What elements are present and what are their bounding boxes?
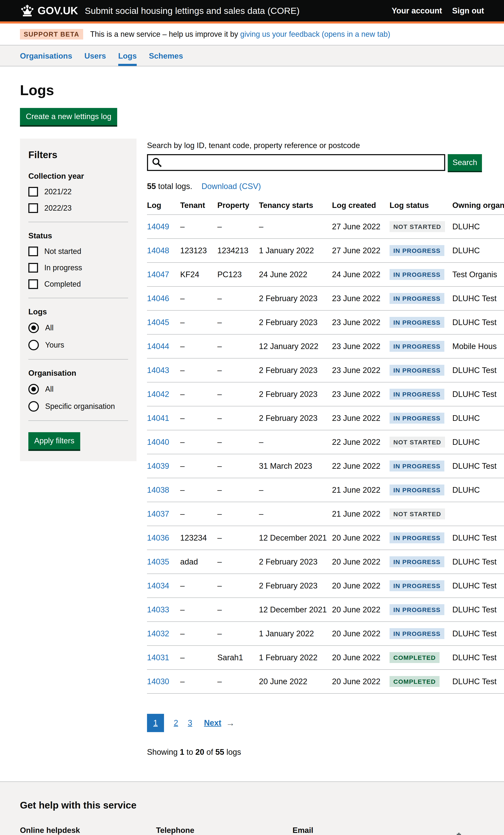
- phase-banner-text: This is a new service – help us improve …: [90, 30, 390, 39]
- radio-yours[interactable]: [28, 340, 39, 350]
- radio-all[interactable]: [28, 384, 39, 394]
- log-id-link[interactable]: 14032: [147, 629, 169, 638]
- filter-divider: [28, 222, 128, 222]
- cell-log_created: 23 June 2022: [332, 310, 389, 334]
- log-id-link[interactable]: 14045: [147, 318, 169, 327]
- filter-option-label: Specific organisation: [45, 402, 115, 411]
- filter-group-collection-year: Collection year 2021/222022/23: [28, 172, 128, 213]
- cell-log_created: 22 June 2022: [332, 430, 389, 454]
- cell-tenancy_starts: 24 June 2022: [259, 263, 332, 286]
- radio-specific-organisation[interactable]: [28, 401, 39, 412]
- log-id-link[interactable]: 14044: [147, 342, 169, 351]
- search-input[interactable]: [147, 154, 445, 171]
- log-id-link[interactable]: 14040: [147, 437, 169, 447]
- cell-tenancy_starts: 2 February 2023: [259, 358, 332, 382]
- cell-tenant: adad: [180, 550, 217, 574]
- pagination-current-page[interactable]: 1: [147, 714, 164, 732]
- page-title: Logs: [20, 82, 484, 98]
- cell-owning-organisation: DLUHC Test: [452, 382, 504, 406]
- pagination-page-3[interactable]: 3: [188, 718, 192, 728]
- cell-tenant: –: [180, 310, 217, 334]
- your-account-link[interactable]: Your account: [392, 6, 442, 15]
- log-id-link[interactable]: 14048: [147, 246, 169, 255]
- table-row: 14043––2 February 202323 June 2022IN PRO…: [147, 358, 504, 382]
- log-id-link[interactable]: 14037: [147, 509, 169, 518]
- cell-tenant: –: [180, 215, 217, 239]
- log-id-link[interactable]: 14046: [147, 294, 169, 303]
- cell-tenant: –: [180, 478, 217, 502]
- cell-tenancy_starts: –: [259, 502, 332, 526]
- table-row: 1404812312312342131 January 202227 June …: [147, 239, 504, 263]
- log-id-link[interactable]: 14042: [147, 390, 169, 399]
- table-row: 14030––20 June 202220 June 2022COMPLETED…: [147, 670, 504, 693]
- cell-tenant: –: [180, 358, 217, 382]
- cell-log-status: IN PROGRESS: [389, 574, 452, 598]
- tab-schemes[interactable]: Schemes: [149, 45, 183, 66]
- cell-log_created: 23 June 2022: [332, 382, 389, 406]
- cell-log_created: 22 June 2022: [332, 454, 389, 478]
- download-csv-link[interactable]: Download (CSV): [202, 182, 261, 191]
- cell-property: –: [217, 622, 259, 646]
- checkbox-not-started[interactable]: [28, 247, 38, 256]
- table-row: 14031–Sarah11 February 202220 June 2022C…: [147, 646, 504, 670]
- cell-log-status: IN PROGRESS: [389, 622, 452, 646]
- cell-owning-organisation: DLUHC: [452, 478, 504, 502]
- cell-log-status: IN PROGRESS: [389, 334, 452, 358]
- pagination-next-link[interactable]: Next: [204, 718, 221, 728]
- status-badge: IN PROGRESS: [389, 245, 444, 256]
- cell-log-status: IN PROGRESS: [389, 454, 452, 478]
- filter-option-label: In progress: [44, 263, 82, 272]
- log-id-link[interactable]: 14035: [147, 557, 169, 566]
- log-id-link[interactable]: 14039: [147, 462, 169, 470]
- log-id-link[interactable]: 14030: [147, 677, 169, 686]
- log-id-link[interactable]: 14038: [147, 486, 169, 494]
- govuk-logo-text[interactable]: GOV.UK: [38, 5, 78, 17]
- cell-log_created: 20 June 2022: [332, 670, 389, 693]
- checkbox-in-progress[interactable]: [28, 263, 38, 272]
- filter-option-label: Completed: [44, 280, 81, 288]
- log-id-link[interactable]: 14043: [147, 366, 169, 375]
- cell-log-status: IN PROGRESS: [389, 382, 452, 406]
- checkbox-2022-23[interactable]: [28, 203, 38, 213]
- status-badge: IN PROGRESS: [389, 532, 444, 543]
- cell-log-status: IN PROGRESS: [389, 239, 452, 263]
- sign-out-link[interactable]: Sign out: [452, 6, 484, 15]
- log-id-link[interactable]: 14034: [147, 581, 169, 590]
- log-id-link[interactable]: 14036: [147, 533, 169, 542]
- pagination-page-2[interactable]: 2: [174, 718, 178, 728]
- col-log: Log: [147, 197, 180, 215]
- search-button[interactable]: Search: [448, 154, 482, 171]
- cell-tenancy_starts: 20 June 2022: [259, 670, 332, 693]
- status-badge: NOT STARTED: [389, 221, 445, 232]
- filter-divider: [28, 421, 128, 421]
- status-badge: IN PROGRESS: [389, 293, 444, 304]
- tab-organisations[interactable]: Organisations: [20, 45, 72, 66]
- cell-log_created: 20 June 2022: [332, 622, 389, 646]
- log-id-link[interactable]: 14047: [147, 270, 169, 279]
- cell-log-status: IN PROGRESS: [389, 358, 452, 382]
- tab-logs[interactable]: Logs: [118, 45, 137, 66]
- telephone-heading: Telephone: [156, 826, 293, 835]
- tab-users[interactable]: Users: [84, 45, 106, 66]
- checkbox-2021-22[interactable]: [28, 187, 38, 197]
- status-badge: IN PROGRESS: [389, 604, 444, 615]
- cell-property: –: [217, 382, 259, 406]
- radio-all[interactable]: [28, 323, 39, 333]
- apply-filters-button[interactable]: Apply filters: [28, 432, 80, 449]
- cell-owning-organisation: DLUHC: [452, 430, 504, 454]
- cell-log_created: 27 June 2022: [332, 239, 389, 263]
- cell-log-status: IN PROGRESS: [389, 526, 452, 550]
- filter-option-label: Not started: [44, 247, 81, 256]
- log-id-link[interactable]: 14033: [147, 605, 169, 614]
- feedback-link[interactable]: giving us your feedback (opens in a new …: [240, 30, 390, 38]
- table-row: 14046––2 February 202323 June 2022IN PRO…: [147, 286, 504, 310]
- log-id-link[interactable]: 14049: [147, 222, 169, 231]
- table-row: 14049–––27 June 2022NOT STARTEDDLUHC: [147, 215, 504, 239]
- cell-log_created: 20 June 2022: [332, 574, 389, 598]
- checkbox-completed[interactable]: [28, 279, 38, 289]
- log-id-link[interactable]: 14041: [147, 414, 169, 423]
- cell-tenant: 123234: [180, 526, 217, 550]
- log-id-link[interactable]: 14031: [147, 653, 169, 662]
- service-name-link[interactable]: Submit social housing lettings and sales…: [85, 6, 300, 16]
- create-lettings-log-button[interactable]: Create a new lettings log: [20, 108, 117, 125]
